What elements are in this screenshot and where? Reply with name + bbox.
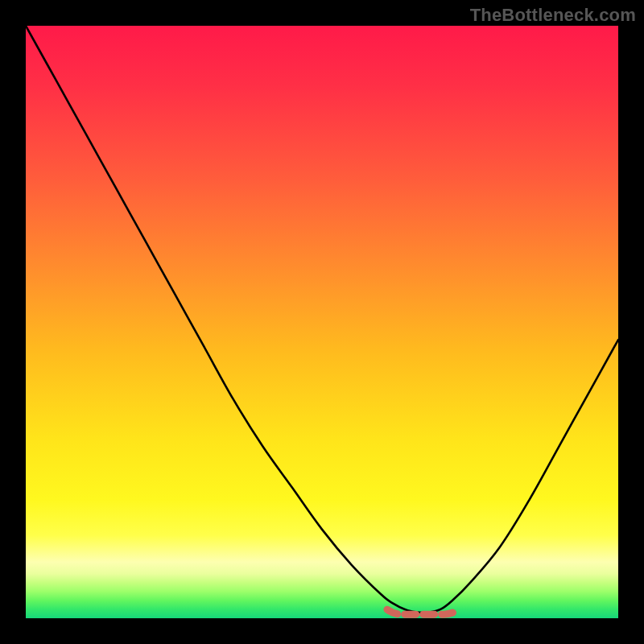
watermark-text: TheBottleneck.com — [470, 5, 636, 26]
chart-svg — [26, 26, 618, 618]
outer-frame: TheBottleneck.com — [0, 0, 644, 644]
plot-area — [26, 26, 618, 618]
